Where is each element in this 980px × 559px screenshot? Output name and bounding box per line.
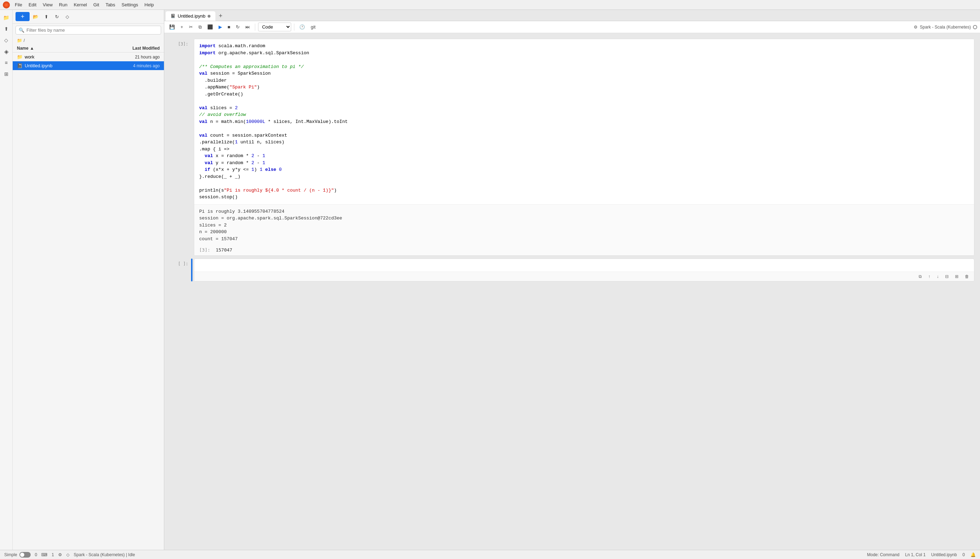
- breadcrumb-path[interactable]: /: [23, 38, 25, 43]
- cell-copy-button[interactable]: ⧉: [917, 273, 924, 280]
- cell-move-down-button[interactable]: ↓: [935, 273, 941, 280]
- cursor-position: Ln 1, Col 1: [905, 552, 926, 557]
- file-toolbar: + 📂 ⬆ ↻ ◇: [13, 10, 164, 23]
- cell-gutter-1: [3]:: [170, 39, 191, 256]
- menu-tabs[interactable]: Tabs: [103, 2, 118, 8]
- folder-item-icon: 📁: [17, 54, 23, 60]
- list-item[interactable]: 📁 work 21 hours ago: [13, 53, 164, 61]
- gear-icon: ⚙: [914, 25, 918, 30]
- cell-body-1[interactable]: import scala.math.random import org.apac…: [194, 39, 974, 256]
- toggle-track[interactable]: [19, 552, 31, 557]
- list-item[interactable]: 📓 Untitled.ipynb 4 minutes ago: [13, 61, 164, 70]
- status-right: Mode: Command Ln 1, Col 1 Untitled.ipynb…: [867, 552, 976, 557]
- sidebar-upload-icon[interactable]: ⬆: [2, 24, 11, 34]
- cell-indicator-2: [191, 258, 192, 281]
- menu-settings[interactable]: Settings: [119, 2, 141, 8]
- breadcrumb: 📁 /: [13, 36, 164, 45]
- icon-sidebar: 📁 ⬆ ◇ ◈ ≡ ⊞: [0, 10, 13, 550]
- menu-edit[interactable]: Edit: [26, 2, 39, 8]
- file-name-work: work: [25, 54, 118, 60]
- cell-input-2[interactable]: [194, 259, 974, 271]
- cell-output-1: Pi is roughly 3.140955704778524 session …: [194, 204, 974, 246]
- alert-count: 0: [962, 552, 965, 557]
- cut-cell-button[interactable]: ✂: [187, 23, 195, 31]
- tab-bar: 📓 Untitled.ipynb +: [164, 10, 980, 21]
- save-button[interactable]: 💾: [167, 23, 177, 31]
- toolbar-divider-1: [255, 23, 255, 31]
- clock-button[interactable]: 🕐: [297, 23, 307, 31]
- copy-cell-button[interactable]: ⧉: [196, 23, 204, 31]
- sidebar-extensions-icon[interactable]: ⊞: [2, 69, 11, 79]
- git-button[interactable]: ◇: [63, 12, 72, 21]
- add-cell-button[interactable]: +: [178, 23, 186, 31]
- cell-move-up-button[interactable]: ↑: [926, 273, 932, 280]
- file-modified-work: 21 hours ago: [118, 55, 160, 60]
- git-toolbar-button[interactable]: git: [308, 23, 318, 31]
- menu-run[interactable]: Run: [56, 2, 70, 8]
- stop-button[interactable]: ■: [226, 23, 233, 31]
- file-panel: + 📂 ⬆ ↻ ◇ 🔍 📁 / Name ▲ Last Modified 📁 w…: [13, 10, 164, 550]
- toolbar-divider-2: [294, 23, 294, 31]
- status-icon-2: ⚙: [58, 552, 62, 557]
- kernel-status-indicator: [973, 25, 977, 29]
- mode-display: Mode: Command: [867, 552, 900, 557]
- execution-count-2: [ ]:: [178, 261, 188, 266]
- menu-help[interactable]: Help: [142, 2, 157, 8]
- new-file-button[interactable]: +: [15, 12, 30, 21]
- file-list-header: Name ▲ Last Modified: [13, 45, 164, 53]
- file-name-notebook: Untitled.ipynb: [25, 63, 118, 68]
- notebook-area: 📓 Untitled.ipynb + 💾 + ✂ ⧉ ⬛ ▶ ■ ↻ ⏭ Cod…: [164, 10, 980, 550]
- kernel-name: Spark - Scala (Kubernetes): [920, 25, 971, 30]
- cell-input-1[interactable]: import scala.math.random import org.apac…: [194, 39, 974, 204]
- status-one: 1: [51, 552, 54, 557]
- search-box[interactable]: 🔍: [15, 26, 161, 35]
- tab-unsaved-indicator: [207, 15, 211, 18]
- cell-split-button[interactable]: ⊞: [953, 273, 961, 280]
- kernel-status: ⚙ Spark - Scala (Kubernetes): [914, 25, 977, 30]
- upload-button[interactable]: ⬆: [41, 12, 51, 21]
- status-icon-1: ⌨: [41, 552, 47, 557]
- notebook-tab[interactable]: 📓 Untitled.ipynb: [166, 11, 216, 21]
- notebook-toolbar: 💾 + ✂ ⧉ ⬛ ▶ ■ ↻ ⏭ Code Markdown Raw 🕐 gi…: [164, 21, 980, 33]
- toggle-thumb: [20, 552, 24, 557]
- run-cell-button[interactable]: ▶: [216, 23, 224, 31]
- paste-cell-button[interactable]: ⬛: [205, 23, 215, 31]
- filename-display: Untitled.ipynb: [931, 552, 957, 557]
- simple-label: Simple: [4, 552, 17, 557]
- cell-gutter-2: [ ]:: [170, 258, 191, 281]
- restart-button[interactable]: ↻: [234, 23, 242, 31]
- cell-type-select[interactable]: Code Markdown Raw: [258, 23, 291, 31]
- add-tab-button[interactable]: +: [216, 12, 225, 21]
- cell-body-2[interactable]: ⧉ ↑ ↓ ⊟ ⊞ 🗑: [194, 258, 974, 281]
- browse-button[interactable]: 📂: [31, 12, 40, 21]
- menu-kernel[interactable]: Kernel: [71, 2, 90, 8]
- status-bar: Simple 0 ⌨ 1 ⚙ ◇ Spark - Scala (Kubernet…: [0, 550, 980, 559]
- menu-file[interactable]: File: [12, 2, 25, 8]
- cell-wrapper-2: [ ]: ⧉ ↑ ↓ ⊟ ⊞ 🗑: [170, 258, 974, 281]
- cell-actions-2: ⧉ ↑ ↓ ⊟ ⊞ 🗑: [194, 271, 974, 281]
- search-icon: 🔍: [19, 28, 24, 33]
- sidebar-files-icon[interactable]: 📁: [2, 13, 11, 23]
- cell-indicator-1: [191, 39, 192, 256]
- refresh-button[interactable]: ↻: [52, 12, 61, 21]
- menu-view[interactable]: View: [40, 2, 55, 8]
- sidebar-tags-icon[interactable]: ◈: [2, 46, 11, 56]
- search-input[interactable]: [27, 28, 158, 33]
- fast-forward-button[interactable]: ⏭: [243, 23, 252, 31]
- column-name-header[interactable]: Name ▲: [17, 46, 118, 51]
- menu-git[interactable]: Git: [91, 2, 102, 8]
- column-modified-header[interactable]: Last Modified: [118, 46, 160, 51]
- cell-merge-button[interactable]: ⊟: [943, 273, 951, 280]
- sidebar-git-icon[interactable]: ◇: [2, 35, 11, 45]
- cell-result-1: [3]: 157047: [194, 246, 974, 255]
- simple-toggle[interactable]: Simple: [4, 552, 31, 557]
- file-list: 📁 work 21 hours ago 📓 Untitled.ipynb 4 m…: [13, 53, 164, 550]
- sidebar-toc-icon[interactable]: ≡: [2, 58, 11, 68]
- execution-count-1: [3]:: [178, 41, 188, 46]
- bell-icon: 🔔: [970, 552, 976, 557]
- cell-delete-button[interactable]: 🗑: [963, 273, 971, 280]
- folder-breadcrumb-icon: 📁: [17, 38, 22, 43]
- cell-wrapper-1: [3]: import scala.math.random import org…: [170, 39, 974, 256]
- menubar: File Edit View Run Kernel Git Tabs Setti…: [0, 0, 980, 10]
- tab-title: Untitled.ipynb: [177, 13, 206, 19]
